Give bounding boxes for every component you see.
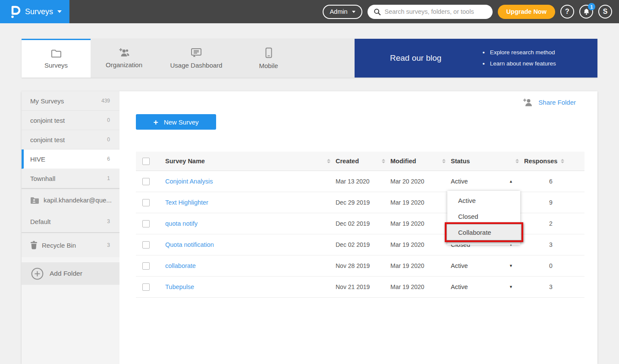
status-caret-icon[interactable]: ▼	[509, 264, 513, 268]
banner-bullet: Learn about new features	[482, 58, 556, 69]
row-checkbox-cell	[136, 178, 165, 185]
table-row: collaborate Nov 28 2019 Mar 19 2020 Acti…	[136, 255, 584, 277]
sidebar-folder-item[interactable]: My Surveys 439	[22, 91, 119, 111]
survey-name-link[interactable]: collaborate	[165, 262, 196, 269]
sort-icon[interactable]	[561, 159, 564, 163]
row-checkbox[interactable]	[142, 178, 150, 185]
folder-count: 0	[107, 117, 110, 123]
header-modified[interactable]: Modified	[390, 158, 451, 165]
column-label: Created	[336, 158, 359, 165]
new-survey-button[interactable]: + New Survey	[136, 114, 216, 130]
survey-name-link[interactable]: Conjoint Analysis	[165, 178, 213, 185]
search-icon	[374, 8, 381, 16]
header-status[interactable]: Status	[451, 158, 524, 165]
select-all-checkbox[interactable]	[142, 158, 150, 165]
created-cell: Dec 02 2019	[336, 220, 390, 227]
modified-date: Mar 19 2020	[390, 241, 424, 248]
survey-name-link[interactable]: quota notify	[165, 220, 198, 227]
status-dropdown-option[interactable]: Closed	[447, 208, 520, 224]
user-avatar[interactable]: S	[598, 5, 612, 19]
sidebar-folder-item[interactable]: HIVE 6	[22, 149, 119, 169]
sort-icon[interactable]	[382, 159, 385, 163]
global-search[interactable]	[368, 5, 493, 19]
tab-label: Usage Dashboard	[170, 62, 223, 69]
upgrade-now-button[interactable]: Upgrade Now	[498, 5, 555, 19]
share-folder-button[interactable]: Share Folder	[523, 98, 576, 106]
survey-name-link[interactable]: Text Highlighter	[165, 199, 208, 206]
search-input[interactable]	[385, 8, 487, 15]
header-survey-name[interactable]: Survey Name	[165, 158, 336, 165]
tab-usage-dashboard[interactable]: Usage Dashboard	[157, 39, 235, 78]
row-checkbox-cell	[136, 262, 165, 270]
folder-count: 1	[107, 175, 110, 181]
row-checkbox-cell	[136, 220, 165, 227]
status-dropdown-option[interactable]: Active	[447, 193, 520, 208]
sort-icon[interactable]	[327, 159, 330, 163]
survey-name-cell: quota notify	[165, 220, 336, 227]
folder-count: 3	[107, 242, 110, 248]
responses-count: 3	[549, 241, 553, 248]
sort-icon[interactable]	[515, 159, 519, 163]
survey-name-cell: collaborate	[165, 262, 336, 269]
folder-label: conjoint test	[30, 136, 65, 143]
share-folder-label: Share Folder	[538, 99, 576, 106]
topbar-actions: Admin Upgrade Now ?	[323, 5, 612, 19]
banner-bullet: Explore research method	[482, 47, 556, 58]
notifications-button[interactable]: 1	[579, 5, 593, 19]
folder-count: 439	[101, 98, 110, 104]
modified-date: Mar 19 2020	[390, 283, 424, 290]
admin-menu-button[interactable]: Admin	[323, 5, 362, 19]
survey-name-link[interactable]: Quota notification	[165, 241, 214, 248]
status-value: Active	[451, 283, 468, 290]
responses-count: 9	[549, 199, 553, 206]
sidebar-item-recycle-bin[interactable]: Recycle Bin 3	[22, 233, 119, 257]
blog-banner[interactable]: Read our blog Explore research methodLea…	[355, 39, 597, 78]
modified-date: Mar 19 2020	[390, 220, 424, 227]
folder-count: 3	[107, 218, 110, 224]
sidebar-filler	[22, 285, 119, 364]
created-date: Mar 13 2020	[336, 178, 370, 185]
status-cell[interactable]: Active ▲	[451, 178, 524, 185]
app-switcher[interactable]: Surveys	[0, 0, 69, 23]
survey-name-cell: Conjoint Analysis	[165, 178, 336, 185]
header-created[interactable]: Created	[336, 158, 390, 165]
status-caret-icon[interactable]: ▲	[509, 179, 513, 184]
sidebar-folder-list: My Surveys 439 conjoint test 0 conjoint …	[22, 91, 119, 188]
column-label: Responses	[524, 158, 557, 165]
question-mark-icon: ?	[565, 8, 569, 16]
tab-organization[interactable]: Organization	[91, 39, 157, 78]
new-survey-label: New Survey	[164, 118, 199, 126]
responses-count: 2	[549, 220, 553, 227]
table-row: Tubepulse Nov 21 2019 Mar 19 2020 Active…	[136, 277, 584, 298]
status-caret-icon[interactable]: ▼	[509, 285, 513, 289]
survey-name-link[interactable]: Tubepulse	[165, 283, 194, 290]
sidebar-folder-item[interactable]: conjoint test 0	[22, 130, 119, 149]
sort-icon[interactable]	[442, 159, 446, 163]
row-checkbox[interactable]	[142, 220, 150, 227]
sidebar-folder-item[interactable]: Townhall 1	[22, 169, 119, 188]
created-date: Dec 29 2019	[336, 199, 370, 206]
column-label: Modified	[390, 158, 416, 165]
tab-surveys[interactable]: Surveys	[22, 39, 91, 78]
row-checkbox[interactable]	[142, 199, 150, 206]
row-checkbox[interactable]	[142, 283, 150, 291]
tab-mobile[interactable]: Mobile	[235, 39, 302, 78]
status-cell[interactable]: Active ▼	[451, 283, 524, 290]
sidebar-folder-item[interactable]: conjoint test 0	[22, 111, 119, 130]
banner-title: Read our blog	[390, 53, 441, 63]
modified-cell: Mar 20 2020	[390, 178, 451, 185]
dashboard-screen-icon	[191, 48, 202, 58]
row-checkbox-cell	[136, 283, 165, 291]
sidebar-item-shared-account[interactable]: kapil.khandekar@que...	[22, 189, 119, 211]
sidebar-item-default[interactable]: Default 3	[22, 211, 119, 232]
notification-count-badge: 1	[588, 3, 595, 10]
row-checkbox[interactable]	[142, 241, 150, 249]
row-checkbox[interactable]	[142, 262, 150, 270]
header-responses[interactable]: Responses	[524, 158, 584, 165]
add-folder-button[interactable]: Add Folder	[22, 262, 119, 285]
help-button[interactable]: ?	[560, 5, 574, 19]
status-dropdown-option[interactable]: Collaborate	[447, 224, 520, 240]
column-label: Survey Name	[165, 158, 205, 165]
status-cell[interactable]: Active ▼	[451, 262, 524, 269]
tab-label: Mobile	[259, 62, 278, 69]
